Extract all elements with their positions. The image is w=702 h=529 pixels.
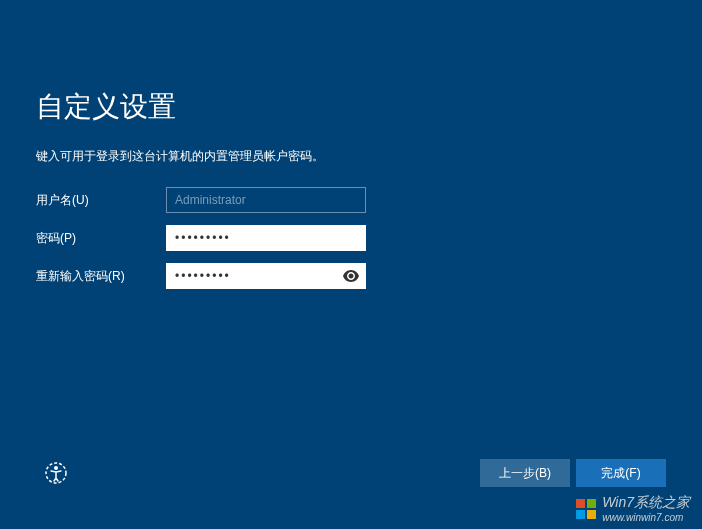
page-title: 自定义设置 (36, 88, 666, 126)
reenter-password-row: 重新输入密码(R) (36, 263, 666, 289)
svg-rect-4 (576, 510, 585, 519)
ease-of-access-button[interactable] (42, 459, 70, 487)
eye-icon (343, 270, 359, 282)
password-row: 密码(P) (36, 225, 666, 251)
watermark: Win7系统之家 www.winwin7.com (574, 494, 690, 523)
svg-rect-5 (587, 510, 596, 519)
svg-point-1 (54, 466, 58, 470)
username-row: 用户名(U) (36, 187, 666, 213)
nav-buttons: 上一步(B) 完成(F) (480, 459, 666, 487)
svg-rect-2 (576, 499, 585, 508)
watermark-text-block: Win7系统之家 www.winwin7.com (602, 494, 690, 523)
ease-of-access-icon (44, 461, 68, 485)
reenter-password-label: 重新输入密码(R) (36, 268, 166, 285)
username-input[interactable] (166, 187, 366, 213)
setup-panel: 自定义设置 键入可用于登录到这台计算机的内置管理员帐户密码。 用户名(U) 密码… (0, 0, 702, 289)
reenter-password-wrapper (166, 263, 366, 289)
password-label: 密码(P) (36, 230, 166, 247)
reenter-password-input[interactable] (166, 263, 366, 289)
back-button[interactable]: 上一步(B) (480, 459, 570, 487)
username-label: 用户名(U) (36, 192, 166, 209)
watermark-title: Win7系统之家 (602, 494, 690, 512)
password-input[interactable] (166, 225, 366, 251)
windows-logo-icon (574, 497, 598, 521)
svg-rect-3 (587, 499, 596, 508)
finish-button[interactable]: 完成(F) (576, 459, 666, 487)
footer-bar: 上一步(B) 完成(F) (0, 459, 702, 487)
reveal-password-icon[interactable] (342, 267, 360, 285)
watermark-url: www.winwin7.com (602, 512, 690, 523)
page-subtitle: 键入可用于登录到这台计算机的内置管理员帐户密码。 (36, 148, 666, 165)
